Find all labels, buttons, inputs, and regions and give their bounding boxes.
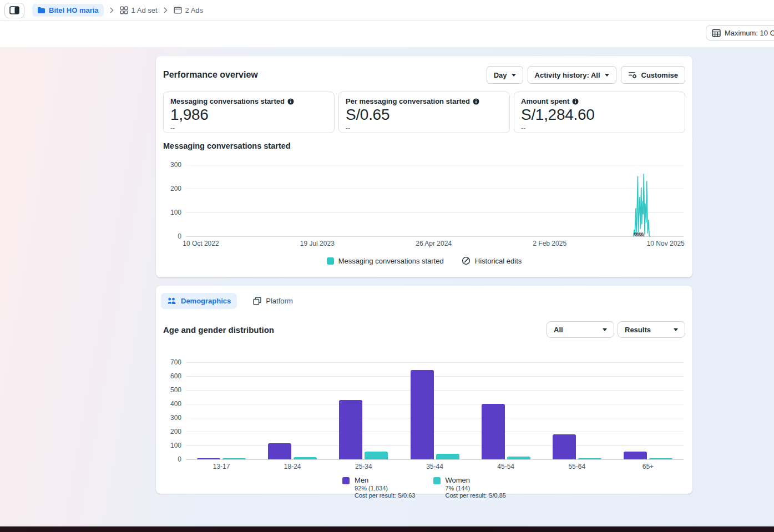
activity-history-label: Activity history: All: [535, 71, 600, 79]
y-axis-tick: 500: [160, 386, 181, 394]
y-axis-tick: 600: [160, 372, 181, 380]
sidebar-toggle-button[interactable]: [4, 3, 24, 18]
tab-platform[interactable]: Platform: [247, 293, 299, 309]
ads-frame-icon: [174, 7, 182, 14]
legend-women-cost: Cost per result: S/0.85: [446, 492, 506, 499]
bar-chart-legend: Men 92% (1,834) Cost per result: S/0.63 …: [156, 476, 692, 499]
breadcrumb-chevron-icon: [110, 7, 114, 13]
historical-edits-icon: [462, 256, 471, 265]
gridline-0: [186, 236, 684, 237]
conversations-line-series[interactable]: [186, 165, 684, 236]
bar-women-25-34[interactable]: [365, 452, 388, 459]
y-axis-tick: 300: [160, 414, 181, 422]
bar-men-18-24[interactable]: [268, 443, 291, 459]
info-icon[interactable]: [287, 98, 294, 105]
platform-layers-icon: [253, 297, 261, 305]
metric-sub: --: [521, 124, 678, 132]
bar-women-55-64[interactable]: [578, 458, 601, 459]
gridline-0: [186, 459, 684, 460]
date-range-label: Maximum: 10 Oct: [725, 29, 774, 37]
y-axis-tick: 100: [160, 442, 181, 449]
metric-cost-per-conversation: Per messaging conversation started S/0.6…: [338, 92, 510, 133]
bar-women-35-44[interactable]: [436, 454, 459, 459]
tab-demographics-label: Demographics: [181, 297, 231, 305]
x-axis-category: 18-24: [284, 463, 301, 470]
breadcrumb-adset[interactable]: 1 Ad set: [120, 6, 158, 14]
legend-edits-label: Historical edits: [475, 257, 522, 265]
metric-sub: --: [170, 124, 327, 132]
chevron-down-icon: [512, 74, 516, 77]
gridline-600: [186, 376, 684, 377]
folder-icon: [37, 7, 45, 14]
metric-value: 1,986: [170, 106, 327, 124]
metric-label: Amount spent: [521, 97, 569, 105]
y-axis-tick: 400: [160, 400, 181, 408]
legend-men-share: 92% (1,834): [355, 485, 415, 492]
x-axis-category: 65+: [643, 463, 654, 470]
bar-women-18-24[interactable]: [294, 457, 317, 459]
bar-men-55-64[interactable]: [553, 434, 576, 459]
men-swatch: [342, 477, 350, 484]
customise-button[interactable]: Customise: [621, 66, 685, 84]
info-icon[interactable]: [473, 98, 479, 105]
breadcrumb-campaign[interactable]: Bitel HO maria: [32, 4, 104, 17]
x-axis-category: 55-64: [568, 463, 585, 470]
bar-men-65+[interactable]: [624, 452, 647, 459]
legend-women-share: 7% (144): [446, 485, 506, 492]
legend-men-label: Men: [355, 476, 415, 484]
demographics-filters: All Results: [547, 321, 685, 338]
breadcrumb-chevron-icon: [164, 7, 168, 13]
bar-men-13-17[interactable]: [197, 458, 220, 459]
age-gender-bar-chart[interactable]: 010020030040050060070013-1718-2425-3435-…: [186, 362, 684, 459]
legend-conversations-label: Messaging conversations started: [338, 257, 444, 265]
bar-women-13-17[interactable]: [222, 458, 246, 459]
x-axis-category: 45-54: [497, 463, 514, 470]
bar-women-45-54[interactable]: [507, 457, 530, 459]
bar-men-25-34[interactable]: [339, 400, 362, 460]
tab-demographics[interactable]: Demographics: [161, 293, 237, 309]
bar-men-35-44[interactable]: [411, 370, 434, 459]
x-axis-tick: 26 Apr 2024: [416, 240, 452, 247]
date-range-button[interactable]: Maximum: 10 Oct: [706, 25, 774, 40]
day-dropdown[interactable]: Day: [487, 66, 523, 84]
breakdown-tabs: Demographics Platform: [156, 286, 692, 309]
activity-history-dropdown[interactable]: Activity history: All: [528, 66, 616, 84]
breakdown-filter-dropdown[interactable]: All: [547, 321, 614, 338]
gridline-700: [186, 362, 684, 363]
age-gender-title: Age and gender distribution: [163, 325, 274, 335]
customise-label: Customise: [641, 71, 678, 79]
performance-overview-card: Performance overview Day Activity histor…: [156, 56, 692, 277]
metric-value: S/0.65: [346, 106, 503, 124]
day-dropdown-label: Day: [494, 71, 507, 79]
performance-title: Performance overview: [163, 70, 258, 80]
legend-men: Men 92% (1,834) Cost per result: S/0.63: [342, 476, 415, 499]
chevron-down-icon: [605, 74, 609, 77]
y-axis-tick: 700: [160, 358, 181, 366]
x-axis-category: 25-34: [355, 463, 372, 470]
metric-value: S/1,284.60: [521, 106, 678, 124]
metric-amount-spent: Amount spent S/1,284.60 --: [514, 92, 685, 133]
calendar-grid-icon: [712, 29, 721, 37]
line-chart-title: Messaging conversations started: [156, 133, 692, 150]
metric-cards-row: Messaging conversations started 1,986 --…: [156, 84, 692, 133]
bar-men-45-54[interactable]: [482, 404, 505, 459]
tab-platform-label: Platform: [266, 297, 292, 305]
people-icon: [167, 297, 176, 305]
metric-filter-dropdown[interactable]: Results: [618, 321, 685, 338]
gridline-300: [186, 418, 684, 418]
performance-controls: Day Activity history: All: [487, 66, 685, 84]
bar-women-65+[interactable]: [649, 458, 672, 459]
breadcrumb-ads[interactable]: 2 Ads: [174, 6, 204, 14]
demographics-card: Demographics Platform Age and gender dis…: [156, 286, 692, 494]
gridline-500: [186, 390, 684, 391]
x-axis-category: 13-17: [213, 463, 230, 470]
legend-conversations: Messaging conversations started: [327, 257, 444, 265]
ad-set-grid-icon: [120, 6, 128, 14]
conversations-line-chart[interactable]: 010020030010 Oct 202219 Jul 202326 Apr 2…: [186, 165, 684, 236]
legend-historical-edits: Historical edits: [462, 256, 522, 265]
top-navigation-bar: Bitel HO maria 1 Ad set 2 Ads: [0, 0, 774, 21]
line-chart-legend: Messaging conversations started Historic…: [156, 256, 692, 265]
metric-conversations-started: Messaging conversations started 1,986 --: [163, 92, 335, 133]
info-icon[interactable]: [572, 98, 579, 105]
x-axis-tick: 10 Nov 2025: [647, 240, 685, 247]
